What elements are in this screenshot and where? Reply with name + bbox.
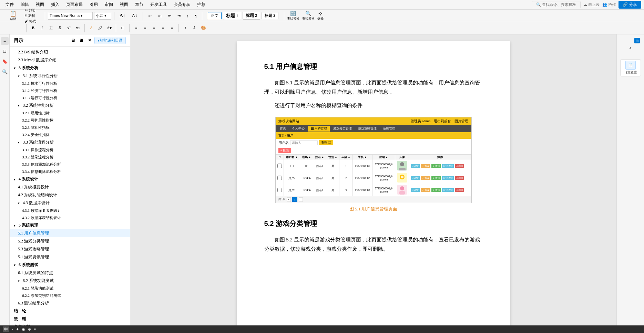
ss-search-input[interactable] [290, 141, 318, 145]
font-color-btn[interactable]: A [88, 24, 95, 32]
toc-item[interactable]: 3.1.3 运行可行性分析 [10, 94, 130, 102]
ss-modify-btn[interactable]: ✓ 修改 [421, 188, 430, 192]
ss-nav-system[interactable]: 系统管理 [380, 126, 398, 132]
menu-layout[interactable]: 页面布局 [63, 1, 85, 8]
paper-check-btn[interactable]: 📄 论文查重 [620, 59, 641, 76]
menu-recommend[interactable]: 推荐 [194, 1, 208, 8]
font-increase-btn[interactable]: A↑ [117, 12, 128, 20]
ss-add-btn[interactable]: + 删除 [278, 148, 292, 153]
ss-detail-btn[interactable]: □ 详情 [411, 188, 420, 192]
toc-item[interactable]: 3.3.3 信息添加流程分析 [10, 161, 130, 168]
ss-th-password[interactable]: 密码 ▲ [300, 155, 313, 160]
menu-dev[interactable]: 开发工具 [147, 1, 170, 8]
toc-item[interactable]: 4.3.1 数据库 E-R 图设计 [10, 207, 130, 214]
toc-item[interactable]: 4.2 系统功能结构设计 [10, 191, 130, 199]
ss-td-check[interactable] [276, 160, 284, 172]
toc-item[interactable]: ▾4.3 数据库设计 [10, 199, 130, 207]
toc-close-btn[interactable]: ✕ [86, 37, 93, 44]
ss-search-btn[interactable]: 查询 ◎ [319, 140, 334, 145]
align-right-btn[interactable]: ≡ [150, 24, 158, 32]
menu-insert[interactable]: 插入 [48, 1, 62, 8]
highlight-btn[interactable]: 🖊 [96, 24, 104, 32]
ss-activate-btn[interactable]: ↻ 激活 [431, 164, 441, 168]
toc-item[interactable]: 致 谢 [10, 315, 130, 323]
toc-item[interactable]: 6.2.1 登录功能测试 [10, 285, 130, 292]
toc-item[interactable]: ▾3 系统分析 [10, 64, 130, 72]
font-decrease-btn[interactable]: A↓ [129, 12, 140, 20]
toc-item[interactable]: 2.3 Mysql 数据库介绍 [10, 56, 130, 64]
style-heading2[interactable]: 标题 2 [243, 12, 260, 20]
font-size-input[interactable] [94, 12, 111, 20]
toc-item[interactable]: 4.3.2 数据库表结构设计 [10, 214, 130, 221]
list-number-btn[interactable]: ≡1 [155, 13, 164, 19]
ss-modify-btn[interactable]: ✓ 修改 [421, 164, 430, 168]
ss-prev-btn[interactable]: ‹ [287, 197, 291, 202]
ss-nav-users[interactable]: ☰ 用户管理 [308, 126, 330, 132]
toc-item[interactable]: ▾5 系统实现 [10, 221, 130, 229]
ss-th-gender[interactable]: 性别 ▲ [326, 155, 339, 160]
ss-td-check[interactable] [276, 184, 284, 196]
select-btn[interactable]: ⊹ 选择 [317, 11, 324, 21]
ss-nav-game-cat[interactable]: 游戏分类管理 [330, 126, 355, 132]
ss-td-check[interactable] [276, 172, 284, 184]
copy-btn[interactable]: ⎘ 复制 [25, 13, 42, 18]
ss-page1-btn[interactable]: 1 [292, 197, 297, 202]
toc-smart-button[interactable]: 智能识别目录 [94, 37, 126, 44]
sort-btn[interactable]: ↕ [184, 13, 191, 19]
align-justify-btn[interactable]: ≡ [159, 24, 167, 32]
toc-item[interactable]: 结 论 [10, 307, 130, 315]
toc-item[interactable]: 5.2 游戏分类管理 [10, 237, 130, 245]
ss-modify-btn[interactable]: ✓ 修改 [421, 176, 430, 180]
toc-item[interactable]: ▾4 系统设计 [10, 175, 130, 183]
toc-item[interactable]: 3.3.2 登录流程分析 [10, 154, 130, 161]
toc-item[interactable]: 3.1.2 经济可行性分析 [10, 87, 130, 94]
toc-item[interactable]: 3.1.1 技术可行性分析 [10, 80, 130, 87]
ss-th-email[interactable]: 邮箱 ▲ [372, 155, 395, 160]
ss-nav-game-guide[interactable]: 游戏攻略管理 [355, 126, 379, 132]
indent-increase-btn[interactable]: ⇥ [175, 12, 183, 19]
indent-decrease-btn[interactable]: ⇤ [166, 12, 174, 19]
ss-delete-btn[interactable]: □ 删除 [455, 176, 464, 180]
align-distributed-btn[interactable]: ≡ [168, 24, 176, 32]
paste-btn[interactable]: 📋 粘贴 [3, 10, 23, 21]
ss-th-name[interactable]: 姓名 ▲ [313, 155, 326, 160]
menu-chapter[interactable]: 章节 [132, 1, 146, 8]
subscript-btn[interactable]: x₂ [74, 24, 82, 32]
shading-btn[interactable]: 🎨 [200, 24, 207, 32]
toc-item[interactable]: ▾3.2 系统性能分析 [10, 102, 130, 110]
style-heading3[interactable]: 标题 3 [262, 12, 278, 19]
ss-detail-btn[interactable]: □ 详情 [411, 176, 420, 180]
text-sort-btn[interactable]: 🔡 查找替换 [287, 11, 299, 21]
toc-item[interactable]: 3.3.1 操作流程分析 [10, 146, 130, 154]
superscript-btn[interactable]: x² [65, 24, 73, 32]
toc-item[interactable]: 2.2 B/S 结构介绍 [10, 48, 130, 56]
find-replace-btn[interactable]: 🔍 查找替换 [302, 11, 315, 21]
menu-references[interactable]: 引用 [87, 1, 101, 8]
ss-activate-btn[interactable]: ↻ 激活 [431, 176, 441, 180]
cloud-status[interactable]: ☁ 未上云 [583, 2, 600, 7]
menu-vip[interactable]: 会员专享 [171, 1, 193, 8]
ss-deactivate-btn[interactable]: 取消激活 [442, 164, 454, 168]
toc-item[interactable]: ▾6 系统测试 [10, 261, 130, 269]
ss-delete-btn[interactable]: □ 删除 [455, 164, 464, 168]
toc-item[interactable]: 3.2.4 安全性指标 [10, 131, 130, 138]
ss-th-username[interactable]: 用户名 ▲ [284, 155, 300, 160]
toc-item[interactable]: 5.1 游戏资讯管理 [10, 253, 130, 261]
sidebar-right-icon[interactable]: ⊞ [634, 38, 640, 43]
sidebar-search-icon[interactable]: 🔍 [1, 68, 9, 76]
align-left-btn[interactable]: ≡ [132, 24, 140, 32]
toc-item[interactable]: 3.3.4 信息删除流程分析 [10, 168, 130, 175]
search-command[interactable]: 🔍 查找命令、搜索模板 [532, 1, 581, 8]
sidebar-pages-icon[interactable]: □ [1, 48, 9, 55]
cut-btn[interactable]: ✂ 剪切 [25, 8, 42, 13]
toc-item[interactable]: 4.1 系统概要设计 [10, 183, 130, 191]
style-normal[interactable]: 正文 [208, 12, 222, 19]
toc-item[interactable]: ▾3.1 系统可行性分析 [10, 72, 130, 80]
strikethrough-btn[interactable]: S̶ [56, 24, 64, 32]
ime-cn-indicator[interactable]: 中 [3, 326, 9, 332]
ss-activate-btn[interactable]: ↻ 激活 [431, 188, 441, 192]
sidebar-toc-icon[interactable]: ≡ [1, 37, 9, 45]
border-btn[interactable]: □ [119, 24, 126, 32]
toc-item[interactable]: 3.2.3 健壮性指标 [10, 124, 130, 131]
menu-edit[interactable]: 编辑 [18, 1, 32, 8]
